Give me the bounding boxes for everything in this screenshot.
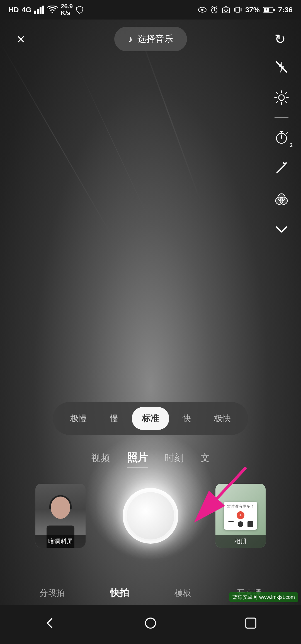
settings-icon <box>274 90 289 105</box>
flash-off-icon <box>274 59 289 74</box>
timer-badge: 3 <box>290 142 293 149</box>
svg-point-37 <box>286 162 287 164</box>
battery-icon <box>263 7 275 13</box>
timer-button[interactable]: 3 <box>270 126 293 149</box>
svg-point-6 <box>201 9 203 11</box>
speed-normal[interactable]: 标准 <box>132 407 169 430</box>
settings-button[interactable] <box>270 86 293 109</box>
album-label: 相册 <box>215 535 266 548</box>
album-preview: 暂时没有更多了 + <box>224 502 257 530</box>
recents-button[interactable] <box>233 611 269 638</box>
hd-badge: HD <box>8 6 19 14</box>
home-button[interactable] <box>133 611 168 638</box>
svg-line-11 <box>216 6 217 8</box>
shutter-button[interactable] <box>123 488 178 544</box>
network-speed: 26.9K/s <box>61 3 73 16</box>
watermark-text: 蓝莓安卓网 <box>232 594 258 601</box>
back-button[interactable] <box>32 611 68 638</box>
speed-fast[interactable]: 快 <box>173 407 201 430</box>
speed-slow[interactable]: 慢 <box>100 407 128 430</box>
light-streak-1 <box>0 43 112 236</box>
right-toolbar: 3 <box>270 56 293 241</box>
status-left: HD 4G 26.9K/s <box>8 3 84 16</box>
refresh-button[interactable]: ↻ <box>270 29 290 49</box>
svg-point-24 <box>279 95 284 100</box>
tab-template[interactable]: 模板 <box>169 585 197 602</box>
music-icon: ♪ <box>128 34 133 45</box>
svg-line-30 <box>277 166 283 173</box>
svg-rect-14 <box>236 7 240 12</box>
toolbar-divider <box>275 117 288 118</box>
shutter-inner <box>127 492 174 539</box>
alarm-icon <box>210 6 219 14</box>
close-button[interactable]: × <box>11 29 31 49</box>
effects-icon <box>274 192 289 206</box>
magic-wand-icon <box>274 161 289 176</box>
tab-segment[interactable]: 分段拍 <box>34 585 70 602</box>
svg-rect-1 <box>37 9 39 14</box>
status-bar: HD 4G 26.9K/s <box>0 0 301 20</box>
signal-4g: 4G <box>22 6 31 14</box>
svg-point-13 <box>225 9 227 12</box>
svg-rect-12 <box>222 8 230 13</box>
status-right: 37% 7:36 <box>198 6 293 14</box>
svg-rect-2 <box>40 7 42 14</box>
svg-line-9 <box>214 10 216 11</box>
svg-point-36 <box>284 164 285 166</box>
camera-controls: 暗调斜屏 暂时没有更多了 + 相册 <box>0 463 301 569</box>
filter-thumbnail[interactable]: 暗调斜屏 <box>35 484 86 548</box>
signal-bars-icon <box>34 6 44 14</box>
music-select-button[interactable]: ♪ 选择音乐 <box>114 27 187 51</box>
svg-rect-0 <box>34 11 36 14</box>
magic-wand-button[interactable] <box>270 157 293 179</box>
top-toolbar: × ♪ 选择音乐 ↻ <box>0 20 301 59</box>
svg-rect-19 <box>273 9 275 11</box>
battery-percent: 37% <box>245 6 260 14</box>
more-options-button[interactable] <box>270 218 293 241</box>
svg-point-43 <box>145 618 156 628</box>
timer-icon <box>274 130 289 145</box>
filter-label: 暗调斜屏 <box>35 535 86 548</box>
person-face <box>51 497 70 519</box>
security-icon <box>76 6 84 14</box>
album-thumbnail[interactable]: 暂时没有更多了 + 相册 <box>215 484 266 548</box>
clock-time: 7:36 <box>278 6 293 14</box>
back-icon <box>43 616 57 630</box>
svg-line-10 <box>212 6 213 8</box>
svg-point-40 <box>278 194 285 201</box>
watermark: 蓝莓安卓网 www.lmkjst.com <box>229 592 298 602</box>
watermark-url: www.lmkjst.com <box>259 594 295 600</box>
music-label: 选择音乐 <box>137 33 173 45</box>
speed-very-slow[interactable]: 极慢 <box>60 407 97 430</box>
svg-rect-3 <box>42 6 44 14</box>
eye-icon <box>198 6 207 14</box>
wifi-icon <box>47 6 58 14</box>
home-icon <box>144 616 157 630</box>
watermark-box: 蓝莓安卓网 www.lmkjst.com <box>229 592 298 602</box>
svg-rect-44 <box>246 618 256 628</box>
speed-very-fast[interactable]: 极快 <box>204 407 241 430</box>
effects-button[interactable] <box>270 188 293 210</box>
flash-button[interactable] <box>270 56 293 78</box>
vibrate-icon <box>234 6 242 14</box>
svg-line-29 <box>286 133 287 134</box>
svg-point-4 <box>52 12 53 13</box>
navigation-bar <box>0 605 301 644</box>
chevron-down-icon <box>275 225 288 234</box>
recents-icon <box>244 616 258 630</box>
camera-status-icon <box>222 6 230 14</box>
speed-selector: 极慢 慢 标准 快 极快 <box>53 402 248 435</box>
tab-quick[interactable]: 快拍 <box>105 584 135 602</box>
